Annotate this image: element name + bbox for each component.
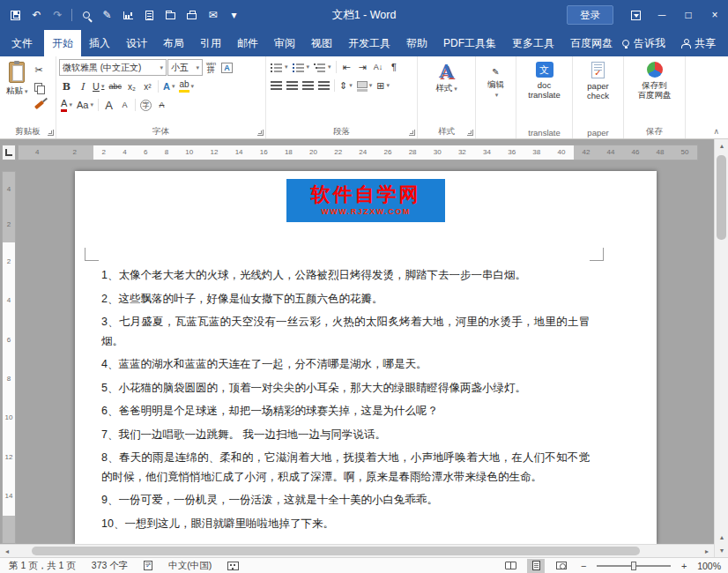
change-case-button[interactable]: Aa▾ <box>75 97 95 113</box>
cut-button[interactable]: ✂ <box>32 62 47 78</box>
subscript-button[interactable]: x₂ <box>124 78 139 94</box>
strikethrough-button[interactable]: abc <box>107 78 123 94</box>
ribbon-tab[interactable]: 插入 <box>81 30 118 56</box>
new-document-button[interactable] <box>139 4 160 26</box>
collapse-ribbon-button[interactable]: ∧ <box>713 127 719 136</box>
save-to-netdisk-button[interactable]: 保存到百度网盘 <box>627 59 682 103</box>
show-marks-button[interactable]: ¶ <box>387 59 402 75</box>
spell-check-icon[interactable]: ✓ <box>144 561 152 570</box>
align-center-button[interactable] <box>285 78 300 93</box>
scroll-left-button[interactable]: ◂ <box>0 545 14 558</box>
shading-button[interactable]: ▾ <box>355 78 375 93</box>
site-logo[interactable]: 软件自学网 WWW.RJZXW.COM <box>286 179 445 222</box>
increase-indent-button[interactable]: ⇥ <box>355 59 370 75</box>
zoom-level[interactable]: 100% <box>697 561 721 571</box>
browse-previous-button[interactable]: ▴ <box>715 531 728 544</box>
shrink-font-button[interactable]: A <box>117 97 132 113</box>
align-right-button[interactable] <box>301 78 316 93</box>
italic-button[interactable]: I <box>75 78 90 94</box>
paragraph-dialog-launcher[interactable] <box>409 130 415 136</box>
document-paragraph[interactable]: 5、小花猫的脑袋圆圆的，顶着一对尖尖的小耳朵，那大大的绿眼睛瞪得像两盏小绿灯。 <box>101 379 590 398</box>
numbering-button[interactable]: ▾ <box>291 59 312 75</box>
ribbon-tab[interactable]: 百度网盘 <box>562 30 620 56</box>
multilevel-list-button[interactable]: ▾ <box>312 59 333 75</box>
maximize-button[interactable]: □ <box>675 0 702 30</box>
bullets-button[interactable]: ▾ <box>269 59 290 75</box>
underline-button[interactable]: U▾ <box>91 78 106 94</box>
phonetic-guide-button[interactable]: wén 拼 <box>204 60 219 76</box>
tell-me-button[interactable]: 告诉我 <box>622 36 665 51</box>
document-paragraph[interactable]: 3、七月盛夏，瓦蓝瓦蓝的天空没有一丝云彩，火热的太阳炙烤着大地，河里的水烫手，地… <box>101 313 590 351</box>
save-button[interactable] <box>5 4 26 26</box>
email-button[interactable]: ✉ <box>203 4 223 26</box>
paste-button[interactable]: 粘贴▾ <box>3 59 32 113</box>
tab-file[interactable]: 文件 <box>0 30 44 56</box>
horizontal-scroll-track[interactable] <box>14 545 700 557</box>
character-border-button[interactable]: A <box>219 60 234 76</box>
scroll-up-button[interactable]: ▴ <box>715 139 728 153</box>
zoom-slider[interactable] <box>597 561 671 571</box>
share-button[interactable]: 共享 <box>681 36 716 51</box>
vertical-scrollbar[interactable]: ▴ ▴ ▾ <box>714 139 728 557</box>
page-indicator[interactable]: 第 1 页，共 1 页 <box>9 560 76 572</box>
ribbon-display-options-button[interactable] <box>622 0 649 30</box>
document-paragraph[interactable]: 7、我们一边唱歌一边跳舞。 我一边扫地一边与同学说话。 <box>101 426 590 445</box>
ribbon-tab[interactable]: 邮件 <box>229 30 266 56</box>
superscript-button[interactable]: x² <box>140 78 155 94</box>
ribbon-tab[interactable]: 更多工具 <box>504 30 562 56</box>
font-color-button[interactable]: A▾ <box>59 97 74 113</box>
minimize-button[interactable]: ─ <box>649 0 675 30</box>
undo-button[interactable]: ↶ <box>26 4 47 26</box>
read-mode-button[interactable] <box>501 559 519 573</box>
ribbon-tab[interactable]: 开发工具 <box>340 30 398 56</box>
document-paragraph[interactable]: 8、春天的雨是连绵的、柔和的，它滋润着大地，抚摸着大地，小声地呼唤着大地，在人们… <box>101 449 590 487</box>
ribbon-tab[interactable]: 引用 <box>192 30 229 56</box>
document-paragraph[interactable]: 10、一想到这儿，眼泪就噼里啪啦地掉了下来。 <box>101 515 590 534</box>
find-button[interactable] <box>76 4 96 26</box>
tab-stop-selector[interactable] <box>2 145 16 160</box>
document-paragraph[interactable]: 1、太像个老大老大的火球，光线灼人，公路被烈日烤得发烫，脚踏下去一步一串白烟。 <box>101 266 590 286</box>
open-button[interactable] <box>160 4 181 26</box>
doc-translate-button[interactable]: 文 doctranslate <box>519 59 569 103</box>
vertical-ruler[interactable]: 42 2468101214 <box>2 171 16 544</box>
text-effects-button[interactable]: A▾ <box>161 78 176 94</box>
justify-button[interactable] <box>316 78 331 93</box>
document-text[interactable]: 1、太像个老大老大的火球，光线灼人，公路被烈日烤得发烫，脚踏下去一步一串白烟。2… <box>75 266 657 533</box>
ime-icon[interactable] <box>227 562 239 570</box>
ribbon-tab[interactable]: 审阅 <box>266 30 303 56</box>
line-spacing-button[interactable]: ⇕▾ <box>338 78 354 93</box>
styles-button[interactable]: A 样式▾ <box>420 59 472 95</box>
close-button[interactable]: × <box>702 0 728 30</box>
bold-button[interactable]: B <box>59 78 74 94</box>
language-indicator[interactable]: 中文(中国) <box>168 560 212 572</box>
ribbon-tab[interactable]: 布局 <box>155 30 192 56</box>
document-paragraph[interactable]: 9、一份可爱，一份机灵，一份活泼，这就是十全十美的小白兔乖乖。 <box>101 491 590 510</box>
font-dialog-launcher[interactable] <box>257 130 264 136</box>
print-button[interactable] <box>182 4 202 26</box>
decrease-indent-button[interactable]: ⇤ <box>339 59 354 75</box>
draw-button[interactable]: ✎ <box>97 4 117 26</box>
ribbon-tab[interactable]: 开始 <box>44 30 81 56</box>
grow-font-button[interactable]: A <box>101 97 116 113</box>
web-layout-button[interactable] <box>553 559 570 573</box>
ribbon-tab[interactable]: 视图 <box>303 30 340 56</box>
document-paragraph[interactable]: 4、蓝蓝的湖水和蓝蓝的天连在了一起，分不清哪是湖水，哪是天。 <box>101 355 590 375</box>
horizontal-scrollbar[interactable]: ◂ ▸ <box>0 544 714 557</box>
font-name-combobox[interactable]: 微软雅黑 (中文正文)▾ <box>59 59 167 76</box>
borders-button[interactable]: ⊞▾ <box>375 78 391 93</box>
highlight-button[interactable]: ab▾ <box>177 78 196 94</box>
chart-button[interactable] <box>118 4 138 26</box>
clear-formatting-button[interactable]: A <box>154 97 169 113</box>
clipboard-dialog-launcher[interactable] <box>48 130 54 136</box>
zoom-out-button[interactable]: − <box>578 561 589 571</box>
document-paragraph[interactable]: 6、爸爸明明是个足球迷，却把一场精彩的球赛关掉，这是为什么呢？ <box>101 402 590 421</box>
enclose-character-button[interactable]: 字 <box>138 97 153 113</box>
customize-qat-button[interactable]: ▾ <box>224 4 244 26</box>
sort-button[interactable]: A↓ <box>371 59 386 75</box>
login-button[interactable]: 登录 <box>567 5 613 25</box>
paper-check-button[interactable]: ✓ papercheck <box>576 59 620 104</box>
horizontal-scroll-thumb[interactable] <box>32 547 640 555</box>
format-painter-button[interactable] <box>32 97 47 113</box>
ribbon-tab[interactable]: 帮助 <box>398 30 435 56</box>
editing-button[interactable]: ✎ 编辑 ▾ <box>479 64 513 101</box>
